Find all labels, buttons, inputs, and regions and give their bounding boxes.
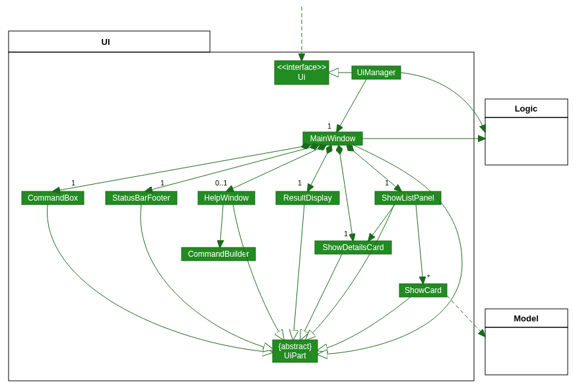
model-package-label: Model — [514, 313, 539, 323]
mainwindow-comp-commandbox — [53, 145, 310, 191]
showlistpanel-name: ShowListPanel — [382, 193, 434, 203]
mainwindow-multiplicity: 1 — [327, 122, 331, 130]
showdetailscard-multiplicity: 1 — [344, 230, 348, 238]
ui-interface-stereotype: <<interface>> — [277, 63, 326, 72]
showcard-name: ShowCard — [405, 286, 442, 295]
mainwindow-name: MainWindow — [310, 134, 356, 143]
uipart-name: UiPart — [284, 351, 306, 360]
uimanager-to-logic — [401, 73, 485, 132]
showlistpanel-multiplicity: 1 — [385, 179, 389, 187]
mainwindow-comp-showlistpanel — [347, 145, 401, 191]
mainwindow-comp-statusbarfooter — [145, 145, 319, 191]
helpwindow-name: HelpWindow — [204, 193, 249, 203]
resultdisplay-name: ResultDisplay — [283, 193, 331, 203]
uimanager-name: UiManager — [357, 68, 396, 77]
model-package-body — [485, 327, 568, 375]
ui-package-body — [9, 52, 474, 381]
showdetailscard-extends-uipart — [300, 254, 342, 340]
ui-package-label: UI — [102, 37, 110, 47]
commandbox-name: CommandBox — [28, 193, 78, 203]
logic-package-body — [485, 117, 568, 165]
showlistpanel-to-showdetailscard — [368, 205, 395, 241]
commandbox-extends-uipart — [47, 205, 273, 352]
helpwindow-extends-uipart — [233, 205, 284, 340]
helpwindow-multiplicity: 0..1 — [215, 179, 227, 187]
statusbarfooter-name: StatusBarFooter — [112, 193, 170, 203]
showcard-multiplicity: * — [427, 273, 430, 281]
resultdisplay-multiplicity: 1 — [298, 179, 302, 187]
showcard-to-model-dependency — [447, 296, 485, 337]
commandbuilder-name: CommandBuilder — [188, 249, 250, 259]
resultdisplay-extends-uipart — [293, 205, 304, 340]
commandbox-multiplicity: 1 — [71, 179, 75, 187]
showdetailscard-name: ShowDetailsCard — [323, 243, 384, 252]
logic-package-label: Logic — [515, 104, 538, 114]
showlistpanel-extends-uipart — [306, 205, 394, 340]
helpwindow-to-commandbuilder — [220, 205, 223, 247]
uimanager-to-mainwindow — [337, 79, 366, 132]
showcard-extends-uipart — [318, 297, 411, 350]
uipart-stereotype: {abstract} — [279, 342, 312, 351]
showlistpanel-to-showcard — [416, 205, 423, 284]
mainwindow-comp-showdetailscard — [339, 145, 353, 241]
statusbarfooter-multiplicity: 1 — [160, 179, 164, 187]
ui-interface-name: Ui — [298, 73, 305, 82]
